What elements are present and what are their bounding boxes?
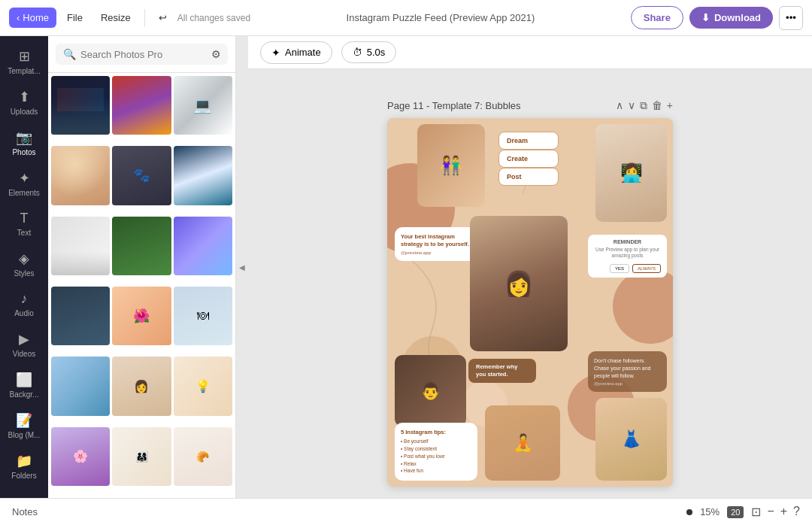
page-indicator xyxy=(686,509,692,515)
template-canvas[interactable]: 👫 Dream Create Post 👩‍💻 xyxy=(387,118,673,487)
zoom-controls: 15% xyxy=(700,506,720,517)
help-icon[interactable]: ? xyxy=(793,505,800,519)
sidebar-item-audio[interactable]: ♪ Audio xyxy=(3,285,45,323)
filter-icon[interactable]: ⚙ xyxy=(211,48,221,60)
photo-frame-2[interactable]: 👩‍💻 xyxy=(595,124,667,222)
list-item[interactable] xyxy=(112,217,171,275)
chevron-up-icon[interactable]: ∧ xyxy=(616,99,623,112)
dream-card[interactable]: Dream xyxy=(498,132,559,150)
photo-frame-6[interactable]: 👗 xyxy=(595,398,667,481)
post-card[interactable]: Post xyxy=(498,168,559,186)
list-item[interactable]: 🌸 xyxy=(51,427,110,486)
sidebar-label-blog: Blog (M... xyxy=(8,431,41,439)
sidebar-item-elements[interactable]: ✦ Elements xyxy=(3,164,45,203)
share-button[interactable]: Share xyxy=(631,6,683,29)
home-button[interactable]: ‹ Home xyxy=(9,8,56,28)
sidebar-label-uploads: Uploads xyxy=(11,108,38,116)
file-button[interactable]: File xyxy=(59,8,90,28)
reminder-card[interactable]: REMINDER Use Preview app to plan your am… xyxy=(588,235,667,278)
animate-button[interactable]: ✦ Animate xyxy=(260,41,332,64)
delete-page-icon[interactable]: 🗑 xyxy=(652,99,662,112)
blog-icon: 📝 xyxy=(16,412,32,429)
reminder-actions: YES ALWAYS xyxy=(594,264,661,273)
cta-card[interactable]: Remember why you started. xyxy=(468,359,536,383)
fit-screen-icon[interactable]: ⊡ xyxy=(751,505,761,519)
collapse-icon: ◀ xyxy=(239,263,245,272)
photo-frame-3[interactable]: 👩 xyxy=(470,216,568,351)
time-label: 5.0s xyxy=(367,47,386,58)
sidebar-item-uploads[interactable]: ⬆ Uploads xyxy=(3,83,45,122)
search-input[interactable] xyxy=(80,49,207,60)
time-button[interactable]: ⏱ 5.0s xyxy=(341,41,397,63)
sidebar-item-background[interactable]: ⬜ Backgr... xyxy=(3,366,45,405)
chevron-left-icon: ‹ xyxy=(17,12,20,23)
saved-label: All changes saved xyxy=(177,13,250,23)
list-item[interactable] xyxy=(174,146,232,205)
sidebar-label-templates: Templat... xyxy=(8,67,40,75)
motivation-card[interactable]: Don't chase followers. Chase your passio… xyxy=(588,351,667,392)
list-item[interactable] xyxy=(174,217,232,275)
sidebar-item-more[interactable]: ••• More xyxy=(3,487,45,498)
photo-frame-1[interactable]: 👫 xyxy=(417,124,485,207)
create-card[interactable]: Create xyxy=(498,150,559,168)
animate-icon: ✦ xyxy=(271,47,280,59)
sidebar-item-templates[interactable]: ⊞ Templat... xyxy=(3,42,45,81)
resize-button[interactable]: Resize xyxy=(93,8,138,28)
notes-label: Notes xyxy=(12,506,38,517)
panel-collapse-handle[interactable]: ◀ xyxy=(236,36,248,498)
reminder-yes-button[interactable]: YES xyxy=(610,264,629,273)
list-item[interactable] xyxy=(112,76,171,135)
list-item[interactable]: 💻 xyxy=(174,76,232,135)
reminder-body: Use Preview app to plan your amazing pos… xyxy=(594,247,661,259)
list-item[interactable] xyxy=(51,287,110,345)
zoom-in-icon[interactable]: + xyxy=(780,505,787,519)
tips-card[interactable]: 5 Instagram tips: • Be yourself • Stay c… xyxy=(395,423,477,481)
list-item[interactable] xyxy=(51,217,110,275)
undo-button[interactable]: ↩ xyxy=(151,8,174,28)
download-button[interactable]: ⬇ Download xyxy=(689,7,773,29)
cta-text: Remember why you started. xyxy=(476,363,529,378)
canvas-scroll[interactable]: Page 11 - Template 7: Bubbles ∧ ∨ ⧉ 🗑 + xyxy=(248,69,812,498)
reminder-title: REMINDER xyxy=(594,239,661,244)
quote-handle: @preview.app xyxy=(401,250,471,255)
photo-frame-4[interactable]: 👨 xyxy=(395,355,466,426)
list-item[interactable]: 🐾 xyxy=(112,146,171,205)
photo-frame-5[interactable]: 🧘 xyxy=(485,405,560,481)
quote-card[interactable]: Your best Instagram strategy is to be yo… xyxy=(395,227,477,261)
quote-text: Your best Instagram strategy is to be yo… xyxy=(401,233,471,248)
reminder-always-button[interactable]: ALWAYS xyxy=(632,264,661,273)
sidebar-item-photos[interactable]: 📷 Photos xyxy=(3,123,45,162)
copy-page-icon[interactable]: ⧉ xyxy=(640,99,647,112)
more-options-button[interactable]: ••• xyxy=(779,6,803,30)
notes-button[interactable]: Notes xyxy=(12,506,38,517)
sidebar-item-styles[interactable]: ◈ Styles xyxy=(3,244,45,284)
zoom-level-badge: 20 xyxy=(727,506,744,518)
sidebar-item-folders[interactable]: 📁 Folders xyxy=(3,447,45,486)
sidebar-item-videos[interactable]: ▶ Videos xyxy=(3,325,45,364)
folders-icon: 📁 xyxy=(16,453,32,469)
chevron-down-icon[interactable]: ∨ xyxy=(628,99,635,112)
sidebar-label-text: Text xyxy=(17,229,31,237)
sidebar-item-text[interactable]: T Text xyxy=(3,205,45,243)
search-bar: 🔍 ⚙ xyxy=(56,44,228,65)
list-item[interactable]: 💡 xyxy=(174,357,232,415)
clock-icon: ⏱ xyxy=(353,47,362,58)
list-item[interactable]: 👩 xyxy=(112,357,171,415)
list-item[interactable] xyxy=(51,146,110,205)
list-item[interactable] xyxy=(51,357,110,415)
photos-panel: 🔍 ⚙ 💻 🐾 🌺 🍽 xyxy=(48,36,236,498)
list-item[interactable] xyxy=(51,76,110,135)
list-item[interactable]: 👨‍👩‍👧 xyxy=(112,427,171,486)
list-item[interactable]: 🥐 xyxy=(174,427,232,486)
sidebar-item-blog[interactable]: 📝 Blog (M... xyxy=(3,406,45,445)
sidebar-label-elements: Elements xyxy=(8,189,40,197)
main-layout: ⊞ Templat... ⬆ Uploads 📷 Photos ✦ Elemen… xyxy=(0,36,812,498)
motivation-handle: @preview.app xyxy=(594,381,661,386)
photos-search: 🔍 ⚙ xyxy=(48,36,235,73)
add-page-icon[interactable]: + xyxy=(667,99,673,112)
templates-icon: ⊞ xyxy=(19,48,30,65)
topbar: ‹ Home File Resize ↩ All changes saved I… xyxy=(0,0,812,36)
list-item[interactable]: 🍽 xyxy=(174,287,232,345)
zoom-out-icon[interactable]: − xyxy=(767,505,774,519)
list-item[interactable]: 🌺 xyxy=(112,287,171,345)
